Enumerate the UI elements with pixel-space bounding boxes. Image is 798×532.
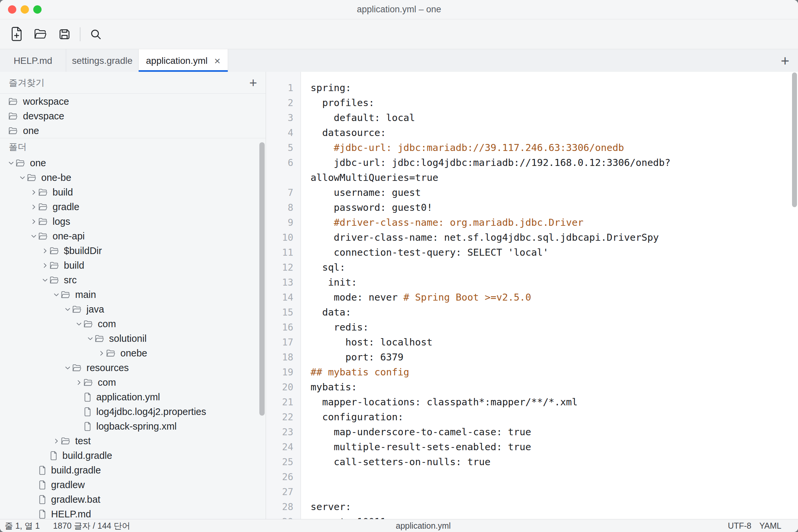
tree-item-com[interactable]: com xyxy=(0,375,266,390)
tree-item-onebe[interactable]: onebe xyxy=(0,346,266,360)
tree-item-one[interactable]: one xyxy=(0,156,266,170)
add-favorite-button[interactable]: + xyxy=(249,76,257,90)
code-text: data: xyxy=(301,305,351,320)
code-text: allowMultiQueries=true xyxy=(301,170,438,185)
tree-item-solutionil[interactable]: solutionil xyxy=(0,331,266,346)
tree-item-one-api[interactable]: one-api xyxy=(0,229,266,243)
chevron-right-icon[interactable] xyxy=(40,262,50,269)
tree-item-gradlew.bat[interactable]: gradlew.bat xyxy=(0,492,266,507)
document-plus-icon xyxy=(10,26,23,41)
tree-item-log4jdbc.log4j2.properties[interactable]: log4jdbc.log4j2.properties xyxy=(0,404,266,419)
tree-item-test[interactable]: test xyxy=(0,434,266,448)
tree-item-java[interactable]: java xyxy=(0,302,266,317)
tab-application-yml[interactable]: application.yml× xyxy=(139,49,228,72)
line-number: 23 xyxy=(266,424,301,440)
find-button[interactable] xyxy=(85,24,107,45)
editor-scrollbar[interactable] xyxy=(792,73,797,207)
tab-settings-gradle[interactable]: settings.gradle xyxy=(66,49,139,72)
tree-item-label: one-be xyxy=(41,172,71,183)
chevron-down-icon[interactable] xyxy=(74,321,84,327)
tree-item-gradle[interactable]: gradle xyxy=(0,200,266,214)
chevron-right-icon[interactable] xyxy=(28,204,39,210)
code-text: redis: xyxy=(301,320,369,335)
code-line: 15 data: xyxy=(266,305,798,320)
folder-icon xyxy=(39,218,48,225)
code-line: 12 sql: xyxy=(266,260,798,275)
tree-item-application.yml[interactable]: application.yml xyxy=(0,390,266,404)
tree-item-build.gradle[interactable]: build.gradle xyxy=(0,448,266,463)
new-document-button[interactable] xyxy=(6,24,27,45)
line-number: 14 xyxy=(266,290,301,305)
tree-item-gradlew[interactable]: gradlew xyxy=(0,477,266,492)
tree-item-one-be[interactable]: one-be xyxy=(0,170,266,185)
tree-item-resources[interactable]: resources xyxy=(0,360,266,375)
tree-item--builddir[interactable]: $buildDir xyxy=(0,243,266,258)
zoom-button[interactable] xyxy=(33,5,41,14)
tab-help-md[interactable]: HELP.md xyxy=(0,49,66,72)
tab-label: application.yml xyxy=(146,56,208,66)
chevron-down-icon[interactable] xyxy=(6,160,16,166)
chevron-down-icon[interactable] xyxy=(62,306,73,312)
chevron-down-icon[interactable] xyxy=(51,291,61,298)
tree-item-build.gradle[interactable]: build.gradle xyxy=(0,463,266,477)
chevron-right-icon[interactable] xyxy=(28,218,39,225)
code-line: allowMultiQueries=true xyxy=(266,170,798,185)
open-button[interactable] xyxy=(30,24,51,45)
code-text: port: 6379 xyxy=(301,350,403,365)
tree-item-com[interactable]: com xyxy=(0,317,266,331)
favorite-item-devspace[interactable]: devspace xyxy=(0,109,266,124)
chevron-down-icon[interactable] xyxy=(62,365,73,371)
editor[interactable]: 1spring:2 profiles:3 default: local4 dat… xyxy=(266,72,798,519)
file-icon xyxy=(39,480,46,490)
tree-item-build[interactable]: build xyxy=(0,258,266,273)
line-number: 4 xyxy=(266,125,301,140)
line-number: 27 xyxy=(266,484,301,499)
tree-item-help.md[interactable]: HELP.md xyxy=(0,507,266,519)
tree-item-label: build xyxy=(53,187,73,198)
chevron-right-icon[interactable] xyxy=(28,189,39,195)
line-number: 16 xyxy=(266,320,301,335)
folder-icon xyxy=(8,112,18,120)
tree-item-build[interactable]: build xyxy=(0,185,266,200)
tab-label: HELP.md xyxy=(14,56,52,66)
favorites-header-label: 즐겨찾기 xyxy=(8,77,44,89)
close-tab-icon[interactable]: × xyxy=(214,56,221,66)
chevron-down-icon[interactable] xyxy=(85,336,95,342)
tree-item-logs[interactable]: logs xyxy=(0,214,266,229)
chevron-right-icon[interactable] xyxy=(96,350,107,357)
file-icon xyxy=(39,495,46,504)
line-number: 7 xyxy=(266,185,301,200)
code-line: 14 mode: never # Spring Boot >=v2.5.0 xyxy=(266,290,798,305)
code-text: mybatis: xyxy=(301,380,357,395)
code-text: host: localhost xyxy=(301,335,433,350)
minimize-button[interactable] xyxy=(21,5,29,14)
new-tab-button[interactable]: + xyxy=(781,54,790,68)
tree-item-label: resources xyxy=(87,362,129,374)
tree-item-logback-spring.xml[interactable]: logback-spring.xml xyxy=(0,419,266,434)
tree-item-label: build xyxy=(64,260,84,271)
tree-item-label: main xyxy=(75,289,96,300)
line-number: 25 xyxy=(266,455,301,470)
code-lines: 1spring:2 profiles:3 default: local4 dat… xyxy=(266,72,798,519)
folder-icon xyxy=(84,379,93,386)
line-number: 17 xyxy=(266,335,301,350)
chevron-right-icon[interactable] xyxy=(51,438,61,444)
toolbar xyxy=(0,19,798,49)
tree-item-main[interactable]: main xyxy=(0,287,266,302)
save-button[interactable] xyxy=(54,24,75,45)
tree-item-label: onebe xyxy=(120,348,147,359)
chevron-down-icon[interactable] xyxy=(28,233,39,240)
favorite-item-one[interactable]: one xyxy=(0,124,266,138)
sidebar-scrollbar[interactable] xyxy=(259,142,265,416)
chevron-down-icon[interactable] xyxy=(17,174,27,181)
chevron-down-icon[interactable] xyxy=(40,277,50,283)
tree-item-label: gradlew xyxy=(51,479,85,491)
tree-item-src[interactable]: src xyxy=(0,273,266,287)
chevron-right-icon[interactable] xyxy=(74,379,84,386)
code-text: call-setters-on-nulls: true xyxy=(301,455,491,470)
chevron-right-icon[interactable] xyxy=(40,248,50,254)
favorite-item-workspace[interactable]: workspace xyxy=(0,94,266,109)
folder-icon xyxy=(84,320,93,328)
close-button[interactable] xyxy=(8,5,16,14)
code-line: 9 #driver-class-name: org.mariadb.jdbc.D… xyxy=(266,215,798,230)
